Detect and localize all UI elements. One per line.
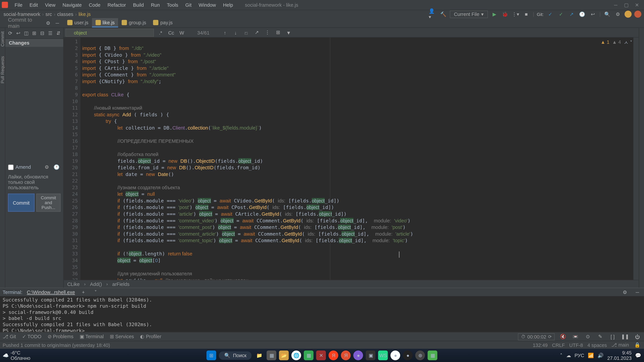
find-more-icon[interactable]: ⊞ — [274, 28, 282, 36]
git-history-icon[interactable]: 🕐 — [578, 10, 586, 18]
taskbar-explorer-icon[interactable]: 📁 — [254, 351, 264, 360]
changelist-icon[interactable]: ⊞ — [31, 29, 38, 37]
crumb-2[interactable]: classes — [56, 11, 74, 17]
tab-user-js[interactable]: user.js — [64, 18, 92, 27]
crumb-3[interactable]: like.js — [78, 11, 92, 17]
msg-history-icon[interactable]: 🕐 — [53, 163, 60, 171]
git-push-icon[interactable]: ↗ — [568, 10, 576, 18]
expand-icon[interactable]: ⇵ — [55, 29, 62, 37]
commit-tab-label[interactable]: Commit to main — [8, 17, 42, 29]
lock-icon[interactable]: 🔒 — [634, 341, 641, 349]
taskbar-app-10[interactable]: ▦ — [428, 351, 438, 360]
taskbar-app-4[interactable]: ✕ — [316, 351, 326, 360]
tray-lang[interactable]: РУС — [574, 353, 584, 358]
tab-pay-js[interactable]: pay.js — [150, 18, 176, 27]
menu-edit[interactable]: Edit — [26, 1, 41, 8]
git-branch[interactable]: ⎇ main — [611, 342, 629, 348]
commit-push-button[interactable]: Commit and Push... — [36, 194, 60, 212]
bc-2[interactable]: arFields — [112, 281, 130, 287]
rail-pull-requests[interactable]: Pull Requests — [0, 55, 5, 85]
debug-button[interactable]: 🐞 — [501, 10, 509, 18]
commit-hide-icon[interactable]: ─ — [54, 19, 61, 27]
file-encoding[interactable]: UTF-8 — [569, 343, 583, 348]
tray-time[interactable]: 9:45 — [607, 350, 632, 356]
tool-services[interactable]: ⊞ Services — [110, 334, 134, 339]
taskbar-chrome-icon[interactable]: 🌐 — [292, 351, 301, 360]
tray-notifications-icon[interactable]: 💬 — [635, 353, 641, 358]
git-commit-icon[interactable]: ✓ — [557, 10, 565, 18]
taskbar-app-5[interactable]: Я — [341, 351, 351, 360]
crumb-0[interactable]: social-framework — [3, 11, 41, 17]
commit-button[interactable]: Commit — [8, 194, 34, 212]
word-toggle[interactable]: W — [178, 28, 186, 36]
tab-group-js[interactable]: group.js — [118, 18, 150, 27]
changes-section[interactable]: Changes — [5, 39, 63, 47]
maximize-button[interactable]: ▢ — [621, 1, 632, 8]
cwm-avatar[interactable] — [624, 10, 632, 17]
find-next-icon[interactable]: ↓ — [232, 28, 240, 36]
terminal-settings-icon[interactable]: ⚙ — [621, 288, 629, 296]
menu-view[interactable]: View — [42, 1, 58, 8]
status-icon-5[interactable]: [ ] — [608, 333, 616, 341]
status-stop-icon[interactable]: ⏻ — [634, 333, 641, 341]
tray-cloud-icon[interactable]: ☁ — [566, 353, 571, 358]
code-editor[interactable]: import { DB } from "./db" import { CVide… — [80, 37, 634, 280]
minimize-button[interactable]: ─ — [610, 1, 621, 8]
git-rollback-icon[interactable]: ↩ — [589, 10, 597, 18]
taskbar-app-2[interactable]: 📂 — [279, 351, 289, 360]
run-config-selector[interactable]: Current File ▾ — [450, 10, 488, 18]
bc-1[interactable]: Add() — [90, 281, 102, 287]
group-icon[interactable]: ☰ — [47, 29, 53, 37]
build-hammer-icon[interactable]: 🔨 — [440, 10, 447, 18]
find-funnel-icon[interactable]: ▼ — [284, 28, 292, 36]
user-icon[interactable]: 👤▾ — [429, 10, 436, 18]
menu-code[interactable]: Code — [86, 1, 104, 8]
start-button[interactable]: ⊞ — [206, 351, 216, 360]
time-tracker[interactable]: ⏱ 00:00:02 ⟳ — [518, 333, 554, 340]
indent-info[interactable]: 4 spaces — [588, 343, 607, 348]
tool-git[interactable]: ⎇ Git — [3, 334, 16, 339]
taskbar-app-6[interactable]: ● — [354, 351, 363, 360]
regex-toggle[interactable]: .* — [157, 28, 164, 36]
menu-git[interactable]: Git — [182, 1, 195, 8]
taskbar-search[interactable]: 🔍 Поиск — [219, 351, 252, 360]
status-icon-3[interactable]: ⊙ — [584, 333, 592, 341]
terminal-new-tab-icon[interactable]: + — [79, 288, 87, 296]
tray-chevron-icon[interactable]: ˄ — [560, 353, 563, 358]
status-icon-4[interactable]: ✎ — [596, 333, 604, 341]
taskbar-app-7[interactable]: ● — [390, 351, 400, 360]
taskbar-yandex-icon[interactable]: Я — [329, 351, 338, 360]
taskbar-app-8[interactable]: ● — [403, 351, 413, 360]
git-update-icon[interactable]: ✓ — [546, 10, 554, 18]
menu-tools[interactable]: Tools — [164, 1, 182, 8]
diff-icon[interactable]: ◫ — [23, 29, 29, 37]
find-select-all-icon[interactable]: ⏍ — [242, 28, 250, 36]
find-prev-icon[interactable]: ↑ — [221, 28, 229, 36]
commit-settings-icon[interactable]: ⚙ — [44, 19, 52, 27]
menu-file[interactable]: File — [12, 1, 26, 8]
close-button[interactable]: ✕ — [632, 1, 642, 8]
find-input[interactable] — [66, 28, 154, 36]
account-avatar[interactable] — [634, 10, 641, 17]
tool-terminal[interactable]: ▣ Terminal — [80, 334, 104, 339]
status-icon-2[interactable]: 📼 — [572, 333, 579, 341]
stop-button[interactable]: ■ — [522, 10, 530, 18]
menu-help[interactable]: Help — [220, 1, 236, 8]
refresh-icon[interactable]: ⟳ — [7, 29, 13, 37]
more-run-icon[interactable]: ⋮▾ — [512, 10, 520, 18]
terminal-session-tab[interactable]: C:\Window...rshell.exe — [27, 290, 75, 295]
msg-settings-icon[interactable]: ⚙ — [43, 163, 51, 171]
tray-wifi-icon[interactable]: 📶 — [588, 353, 594, 358]
terminal-output[interactable]: Successfully compiled 21 files with Babe… — [0, 296, 644, 335]
commit-message[interactable]: Лайки, обновился только свой пользовател… — [5, 172, 63, 192]
taskbar-app-1[interactable]: ▦ — [267, 351, 276, 360]
tool-profiler[interactable]: ◐ Profiler — [140, 334, 161, 339]
line-separator[interactable]: CRLF — [552, 343, 565, 348]
rail-commit[interactable]: Commit — [0, 30, 5, 48]
settings-button[interactable]: ⚙ — [614, 10, 622, 18]
tray-date[interactable]: 27.01.2023 — [607, 355, 632, 361]
terminal-hide-icon[interactable]: ─ — [634, 288, 641, 296]
find-filter-icon[interactable]: ⋮ — [264, 28, 271, 36]
taskbar-app-3[interactable]: ▦ — [304, 351, 314, 360]
tool-todo[interactable]: ✓ TODO — [22, 334, 42, 339]
